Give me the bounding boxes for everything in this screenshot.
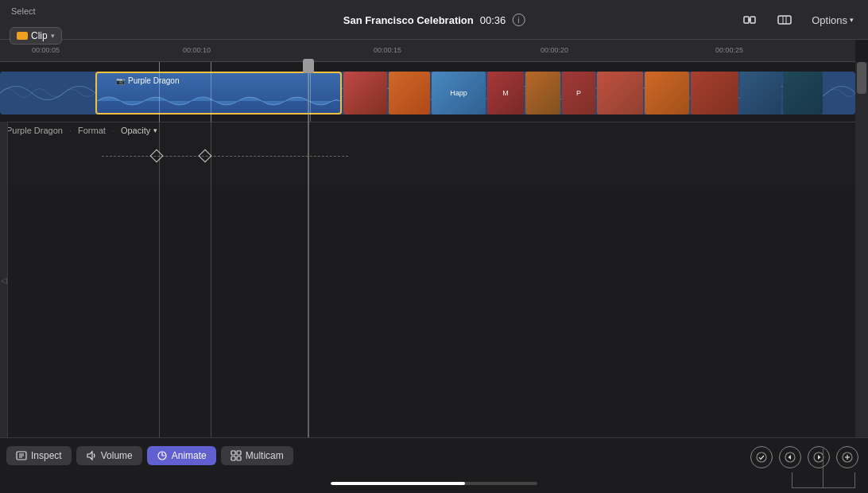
select-label: Select: [11, 6, 36, 16]
add-keyframe-button[interactable]: [836, 446, 858, 468]
animate-button[interactable]: Animate: [147, 446, 216, 465]
selected-clip-waveform: [97, 89, 340, 113]
info-icon[interactable]: i: [512, 14, 525, 26]
list-item[interactable]: Happ: [432, 72, 486, 115]
multicam-label: Multicam: [246, 450, 284, 461]
keyframe-clip-label: Purple Dragon: [6, 126, 63, 135]
bottom-toolbar: Inspect Volume Animate Multicam: [0, 437, 868, 493]
scrollbar-thumb[interactable]: [857, 62, 866, 94]
list-item[interactable]: [389, 72, 430, 115]
ruler-mark-2: 00:00:10: [183, 46, 211, 54]
add-keyframe-icon: [842, 452, 853, 463]
ruler-mark-4: 00:00:20: [541, 46, 568, 54]
svg-rect-0: [744, 17, 749, 23]
trim-button[interactable]: [772, 9, 797, 31]
svg-marker-19: [789, 455, 792, 460]
options-label: Options: [812, 14, 847, 26]
keyframe-vertical-indicator: [823, 448, 823, 488]
svg-point-17: [757, 452, 766, 462]
selected-clip-label: 📷 Purple Dragon: [116, 76, 179, 85]
format-label: Format: [78, 126, 106, 135]
svg-rect-1: [750, 17, 755, 23]
volume-button[interactable]: Volume: [76, 446, 142, 465]
scrollbar-vertical[interactable]: [855, 62, 868, 437]
svg-rect-13: [231, 451, 235, 455]
checkmark-icon: [756, 452, 767, 463]
keyframe-diamond-1[interactable]: [150, 149, 164, 163]
timecode-ruler: 00:00:05 00:00:10 00:00:15 00:00:20 00:0…: [0, 40, 855, 62]
svg-rect-5: [778, 16, 791, 24]
multicam-button[interactable]: Multicam: [221, 446, 293, 465]
left-edge-arrow: ◁: [1, 275, 7, 284]
volume-label: Volume: [101, 450, 133, 461]
list-item[interactable]: [783, 72, 823, 115]
list-item[interactable]: [691, 72, 738, 115]
opacity-dropdown[interactable]: Opacity ▾: [121, 126, 157, 135]
volume-icon: [86, 450, 97, 461]
svg-rect-14: [237, 451, 241, 455]
svg-marker-21: [818, 455, 821, 460]
progress-bar-container: [331, 482, 537, 485]
clip-label-happ: Happ: [432, 72, 486, 115]
animate-icon: [157, 450, 168, 461]
timecode-display: 00:36: [480, 14, 506, 26]
inspect-icon: [16, 450, 27, 461]
list-item[interactable]: [525, 72, 560, 115]
clip-label: Clip: [31, 30, 48, 41]
list-item[interactable]: [740, 72, 781, 115]
inspect-button[interactable]: Inspect: [6, 446, 72, 465]
selected-clip[interactable]: 📷 Purple Dragon: [95, 72, 342, 115]
separator-2: ·: [112, 126, 114, 135]
clip-strip: Happ M P: [343, 72, 855, 115]
multicam-icon: [231, 450, 242, 461]
clip-icon: [17, 32, 28, 40]
list-item[interactable]: [597, 72, 643, 115]
options-chevron-icon: ▾: [850, 16, 854, 24]
clip-selector[interactable]: Clip ▾: [10, 27, 62, 45]
ruler-mark-1: 00:00:05: [32, 46, 60, 54]
trim-icon: [777, 12, 792, 28]
next-keyframe-button[interactable]: [808, 446, 830, 468]
toolbar-right: Options ▾: [737, 0, 858, 40]
keyframe-dashed-line: [102, 156, 348, 157]
playhead-line: [308, 73, 309, 437]
camera-icon: 📷: [116, 77, 125, 85]
ruler-mark-3: 00:00:15: [374, 46, 401, 54]
opacity-chevron-icon: ▾: [153, 126, 157, 134]
keyframe-bracket: [792, 472, 855, 488]
clip-label-p: P: [562, 72, 595, 115]
ruler-mark-5: 00:00:25: [715, 46, 743, 54]
list-item[interactable]: P: [562, 72, 595, 115]
keyframe-area: Purple Dragon · Format · Opacity ▾: [0, 122, 855, 185]
keyframe-label-row: Purple Dragon · Format · Opacity ▾: [6, 126, 157, 135]
bottom-right-buttons: [750, 446, 858, 468]
playhead-handle[interactable]: [303, 59, 314, 73]
progress-bar-fill: [331, 482, 465, 485]
prev-keyframe-button[interactable]: [779, 446, 801, 468]
svg-rect-16: [237, 456, 241, 460]
timeline-container: 00:00:05 00:00:10 00:00:15 00:00:20 00:0…: [0, 40, 868, 437]
done-button[interactable]: [750, 446, 773, 468]
inspect-label: Inspect: [31, 450, 62, 461]
snap-icon: [742, 12, 758, 28]
left-edge-indicator: ◁: [0, 122, 8, 437]
opacity-label: Opacity: [121, 126, 150, 135]
top-toolbar: Select Clip ▾ San Francisco Celebration …: [0, 0, 868, 40]
title-area: San Francisco Celebration 00:36 i: [343, 0, 525, 40]
keyframe-diamond-2[interactable]: [199, 149, 212, 163]
clip-label-m: M: [487, 72, 524, 115]
list-item[interactable]: [645, 72, 689, 115]
list-item[interactable]: [343, 72, 387, 115]
animate-label: Animate: [172, 450, 207, 461]
chevron-down-icon: ▾: [51, 32, 55, 40]
separator-1: ·: [69, 126, 72, 135]
list-item[interactable]: M: [487, 72, 524, 115]
project-title: San Francisco Celebration: [343, 14, 474, 26]
prev-keyframe-icon: [785, 452, 796, 463]
keyframe-track: [6, 146, 849, 165]
svg-rect-15: [231, 456, 235, 460]
options-button[interactable]: Options ▾: [807, 11, 858, 29]
timeline-tracks-wrapper: 📷 Purple Dragon Happ M P: [0, 62, 855, 122]
snap-button[interactable]: [737, 9, 762, 31]
